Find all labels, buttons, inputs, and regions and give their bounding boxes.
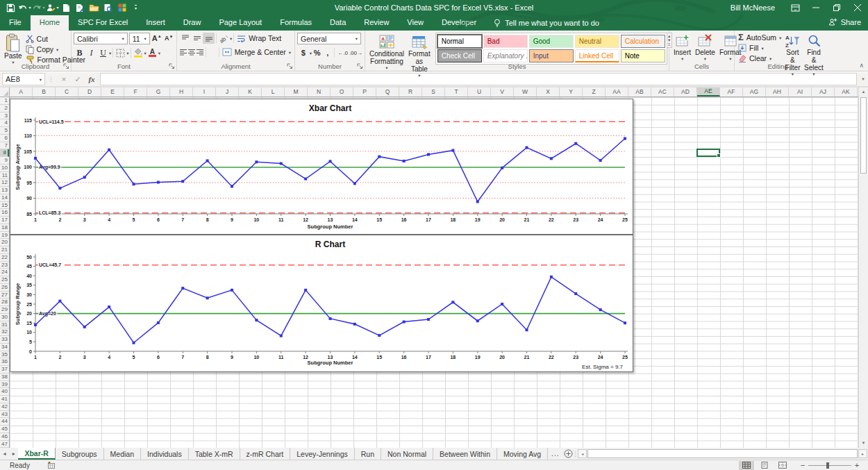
row-header-45[interactable]: 45 bbox=[0, 426, 9, 433]
expand-formula-bar-icon[interactable]: ▾ bbox=[858, 76, 868, 82]
tab-draw[interactable]: Draw bbox=[174, 15, 210, 31]
ribbon-display-options-icon[interactable] bbox=[785, 0, 806, 15]
bold-button[interactable]: B bbox=[74, 47, 85, 58]
row-header-10[interactable]: 10 bbox=[0, 165, 9, 172]
cell-style-calculation[interactable]: Calculation bbox=[621, 35, 665, 48]
row-header-20[interactable]: 20 bbox=[0, 239, 9, 246]
align-center-button[interactable] bbox=[187, 47, 196, 58]
accounting-format-button[interactable]: $ bbox=[297, 47, 310, 58]
zoom-slider-thumb[interactable] bbox=[826, 462, 829, 469]
share-button[interactable]: Share bbox=[828, 17, 861, 26]
number-format-select[interactable]: General▾ bbox=[297, 33, 361, 44]
column-header-R[interactable]: R bbox=[399, 87, 422, 96]
sheet-tab-subgroups[interactable]: Subgroups bbox=[56, 448, 104, 460]
wrap-text-button[interactable]: Wrap Text bbox=[235, 33, 283, 43]
align-middle-button[interactable] bbox=[191, 33, 203, 44]
tab-review[interactable]: Review bbox=[355, 15, 398, 31]
decrease-decimal-button[interactable]: .00→ bbox=[349, 47, 362, 58]
select-all-corner[interactable] bbox=[0, 87, 10, 97]
horizontal-scrollbar[interactable]: ◂ ▸ bbox=[577, 448, 868, 460]
font-size-select[interactable]: 11▾ bbox=[129, 33, 150, 44]
cell-style-bad[interactable]: Bad bbox=[483, 35, 528, 48]
sheet-tab-table-x-mr[interactable]: Table X-mR bbox=[189, 448, 240, 460]
macro-record-icon[interactable] bbox=[48, 462, 55, 469]
row-header-1[interactable]: 1 bbox=[0, 97, 9, 105]
cancel-formula-button[interactable]: × bbox=[57, 75, 71, 83]
tab-view[interactable]: View bbox=[398, 15, 433, 31]
tab-formulas[interactable]: Formulas bbox=[271, 15, 321, 31]
format-as-table-button[interactable]: Format as Table ▾ bbox=[406, 33, 433, 62]
collapse-ribbon-icon[interactable]: ∧ bbox=[859, 62, 864, 69]
row-header-40[interactable]: 40 bbox=[0, 388, 9, 396]
row-header-24[interactable]: 24 bbox=[0, 269, 9, 276]
column-header-AJ[interactable]: AJ bbox=[812, 87, 835, 96]
shrink-font-button[interactable]: A▼ bbox=[163, 33, 174, 44]
align-left-button[interactable] bbox=[179, 47, 187, 58]
column-header-I[interactable]: I bbox=[193, 87, 216, 96]
column-header-D[interactable]: D bbox=[78, 87, 101, 96]
column-header-P[interactable]: P bbox=[353, 87, 376, 96]
row-header-6[interactable]: 6 bbox=[0, 135, 9, 142]
column-header-O[interactable]: O bbox=[331, 87, 353, 96]
row-header-13[interactable]: 13 bbox=[0, 187, 9, 194]
enter-formula-button[interactable]: ✓ bbox=[71, 75, 85, 84]
dialog-launcher-icon[interactable] bbox=[63, 63, 69, 69]
row-header-2[interactable]: 2 bbox=[0, 105, 9, 112]
column-header-Q[interactable]: Q bbox=[376, 87, 399, 96]
row-header-46[interactable]: 46 bbox=[0, 433, 9, 441]
sheet-tabs-overflow[interactable]: ... bbox=[548, 448, 562, 460]
autosum-button[interactable]: ΣAutoSum▾ bbox=[737, 33, 783, 42]
insert-function-button[interactable]: fx bbox=[85, 75, 99, 83]
column-header-AA[interactable]: AA bbox=[606, 87, 628, 96]
borders-button[interactable] bbox=[115, 47, 126, 58]
column-header-AC[interactable]: AC bbox=[651, 87, 674, 96]
restore-button[interactable] bbox=[826, 0, 847, 15]
tab-developer[interactable]: Developer bbox=[433, 15, 485, 31]
row-header-34[interactable]: 34 bbox=[0, 344, 9, 351]
qat-more-icon[interactable]: ▾ bbox=[129, 1, 142, 14]
save-icon[interactable] bbox=[4, 1, 17, 14]
column-header-AE[interactable]: AE bbox=[697, 87, 720, 96]
column-header-E[interactable]: E bbox=[101, 87, 124, 96]
selected-cell[interactable] bbox=[696, 149, 720, 157]
dialog-launcher-icon[interactable] bbox=[169, 63, 175, 69]
column-header-Y[interactable]: Y bbox=[560, 87, 583, 96]
tab-home[interactable]: Home bbox=[31, 15, 69, 31]
dialog-launcher-icon[interactable] bbox=[287, 63, 293, 69]
row-header-26[interactable]: 26 bbox=[0, 284, 9, 292]
undo-icon[interactable]: ▾ bbox=[18, 1, 31, 14]
name-box[interactable]: AE8▾ bbox=[2, 73, 45, 85]
open-folder-icon[interactable] bbox=[87, 1, 101, 14]
page-break-view-button[interactable] bbox=[775, 461, 790, 470]
column-header-L[interactable]: L bbox=[262, 87, 285, 96]
column-header-G[interactable]: G bbox=[147, 87, 170, 96]
row-header-25[interactable]: 25 bbox=[0, 276, 9, 284]
redo-icon[interactable]: ▾ bbox=[32, 1, 45, 14]
tab-page-layout[interactable]: Page Layout bbox=[210, 15, 271, 31]
row-header-17[interactable]: 17 bbox=[0, 217, 9, 224]
row-header-39[interactable]: 39 bbox=[0, 381, 9, 389]
sheet-nav-right-icon[interactable]: ▸ bbox=[9, 448, 18, 460]
zoom-in-button[interactable]: + bbox=[853, 461, 861, 469]
column-header-B[interactable]: B bbox=[33, 87, 56, 96]
row-header-31[interactable]: 31 bbox=[0, 321, 9, 329]
row-header-44[interactable]: 44 bbox=[0, 418, 9, 426]
zoom-slider[interactable] bbox=[808, 465, 851, 466]
add-ins-icon[interactable] bbox=[115, 1, 128, 14]
xbar-chart[interactable]: Xbar Chart859095100105110115123456789101… bbox=[10, 99, 633, 235]
scroll-left-icon[interactable]: ◂ bbox=[578, 449, 587, 458]
sheet-nav-left-icon[interactable]: ◂ bbox=[0, 448, 9, 460]
column-header-AG[interactable]: AG bbox=[743, 87, 766, 96]
row-header-35[interactable]: 35 bbox=[0, 351, 9, 359]
column-header-K[interactable]: K bbox=[239, 87, 262, 96]
column-header-A[interactable]: A bbox=[10, 87, 33, 96]
font-family-select[interactable]: Calibri▾ bbox=[74, 33, 128, 44]
scroll-right-icon[interactable]: ▸ bbox=[858, 449, 867, 458]
column-header-AK[interactable]: AK bbox=[835, 87, 858, 96]
column-header-N[interactable]: N bbox=[308, 87, 331, 96]
percent-style-button[interactable]: % bbox=[312, 47, 322, 58]
cell-style-check-cell[interactable]: Check Cell bbox=[437, 49, 482, 62]
column-header-AH[interactable]: AH bbox=[766, 87, 789, 96]
sheet-tab-z-mr-chart[interactable]: z-mR Chart bbox=[240, 448, 291, 460]
sheet-tab-non-normal[interactable]: Non Normal bbox=[381, 448, 433, 460]
